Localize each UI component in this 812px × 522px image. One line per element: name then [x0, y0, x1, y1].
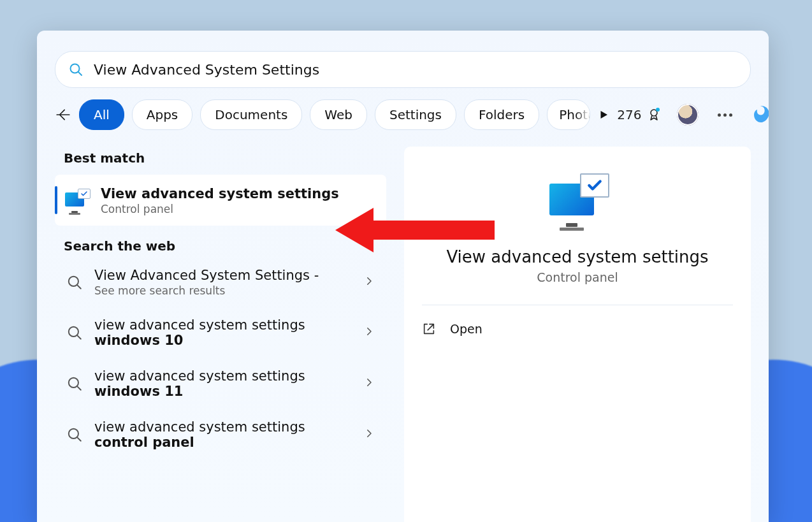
chevron-right-icon — [363, 377, 375, 391]
open-label: Open — [450, 322, 482, 336]
section-title-search-web: Search the web — [64, 238, 386, 254]
search-icon — [66, 375, 83, 392]
search-icon — [66, 324, 83, 341]
svg-line-5 — [77, 285, 80, 288]
back-button[interactable] — [55, 102, 71, 127]
search-icon — [66, 426, 83, 443]
svg-line-7 — [77, 335, 80, 338]
system-settings-icon — [64, 189, 91, 213]
search-input[interactable] — [92, 61, 737, 78]
filter-chip-photos[interactable]: Photos — [547, 99, 590, 130]
svg-line-1 — [78, 72, 82, 75]
section-title-best-match: Best match — [64, 150, 386, 166]
copilot-icon[interactable] — [751, 102, 769, 127]
filter-chip-documents[interactable]: Documents — [200, 99, 302, 130]
medal-icon — [646, 107, 662, 122]
user-avatar[interactable] — [677, 104, 699, 126]
chevron-right-icon — [363, 326, 375, 340]
web-result-bold: windows 11 — [94, 384, 352, 399]
search-panel: AllAppsDocumentsWebSettingsFoldersPhotos… — [37, 31, 769, 522]
preview-app-icon — [546, 173, 609, 231]
chevron-right-icon — [363, 275, 375, 289]
web-result[interactable]: View Advanced System Settings -See more … — [55, 257, 386, 307]
points-value: 276 — [617, 107, 641, 122]
search-icon — [68, 62, 83, 77]
web-result[interactable]: view advanced system settingswindows 10 — [55, 307, 386, 358]
web-result[interactable]: view advanced system settingscontrol pan… — [55, 409, 386, 460]
filter-row: AllAppsDocumentsWebSettingsFoldersPhotos… — [55, 99, 751, 130]
web-result-line1: view advanced system settings — [94, 368, 352, 384]
web-result-bold: windows 10 — [94, 333, 352, 348]
svg-line-9 — [77, 386, 80, 389]
web-result[interactable]: view advanced system settingswindows 11 — [55, 358, 386, 409]
filter-chip-settings[interactable]: Settings — [375, 99, 456, 130]
best-match-result[interactable]: View advanced system settings Control pa… — [55, 175, 386, 226]
web-result-line1: view advanced system settings — [94, 419, 352, 435]
chevron-right-icon — [363, 428, 375, 442]
preview-pane: View advanced system settings Control pa… — [404, 147, 751, 522]
more-options-button[interactable] — [714, 113, 736, 117]
preview-title: View advanced system settings — [446, 247, 708, 266]
play-icon — [598, 109, 609, 120]
best-match-title: View advanced system settings — [101, 186, 339, 201]
web-result-line1: view advanced system settings — [94, 317, 352, 333]
filter-chip-all[interactable]: All — [79, 99, 124, 130]
open-external-icon — [422, 322, 436, 336]
preview-subtitle: Control panel — [537, 270, 618, 284]
filter-more-button[interactable] — [598, 102, 609, 127]
preview-divider — [422, 305, 733, 305]
filter-chip-web[interactable]: Web — [310, 99, 367, 130]
preview-action-open[interactable]: Open — [422, 322, 733, 336]
web-result-bold: control panel — [94, 435, 352, 450]
arrow-left-icon — [55, 106, 71, 123]
svg-line-11 — [77, 437, 80, 440]
results-column: Best match View advanced system settings… — [55, 147, 386, 460]
filter-chip-folders[interactable]: Folders — [464, 99, 539, 130]
best-match-subtitle: Control panel — [101, 203, 339, 215]
web-result-line1: View Advanced System Settings - — [94, 268, 352, 283]
search-bar[interactable] — [55, 51, 751, 88]
header-right-cluster: 276 — [617, 102, 769, 127]
web-result-line2: See more search results — [94, 284, 352, 297]
filter-chip-apps[interactable]: Apps — [132, 99, 193, 130]
search-icon — [66, 274, 83, 291]
svg-point-3 — [656, 108, 660, 112]
rewards-points[interactable]: 276 — [617, 107, 662, 122]
